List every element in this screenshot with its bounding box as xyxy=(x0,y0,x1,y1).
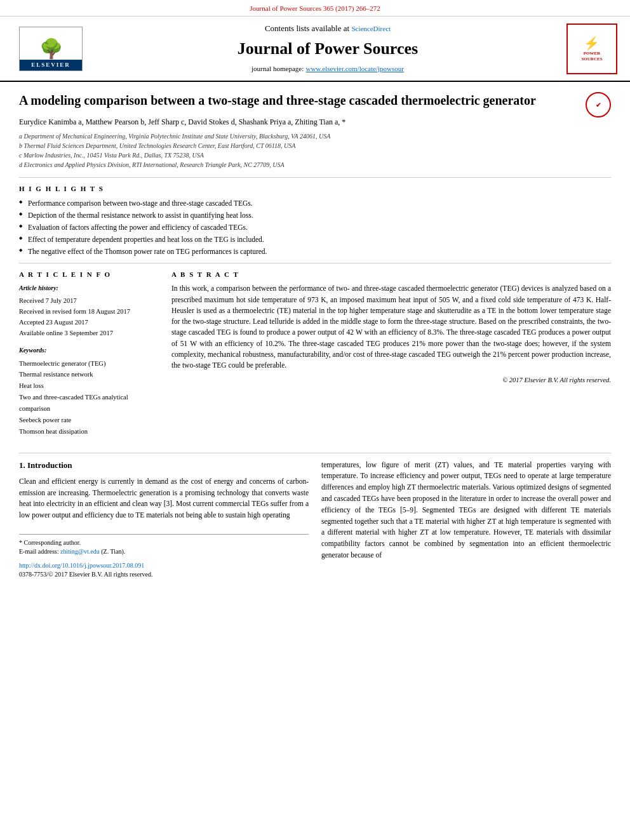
abstract-text: In this work, a comparison between the p… xyxy=(171,283,611,371)
divider-middle xyxy=(19,263,611,263)
crossmark-icon: ✔ xyxy=(596,101,601,109)
article-history-block: Article history: Received 7 July 2017 Re… xyxy=(19,283,159,338)
elsevier-logo-image: 🌳 ELSEVIER xyxy=(19,27,83,71)
power-sources-logo: ⚡ POWERSOURCES xyxy=(566,23,617,74)
article-title-text: A modeling comparison between a two-stag… xyxy=(19,93,536,107)
revised-date: Received in revised form 18 August 2017 xyxy=(19,307,159,317)
footnote-section: * Corresponding author. E-mail address: … xyxy=(19,534,309,579)
abstract-heading: A B S T R A C T xyxy=(171,270,611,279)
email-line: E-mail address: zhiting@vt.edu (Z. Tian)… xyxy=(19,547,309,556)
science-direct-link[interactable]: ScienceDirect xyxy=(351,25,391,32)
keywords-block: Keywords: Thermoelectric generator (TEG)… xyxy=(19,345,159,437)
crossmark-badge: ✔ xyxy=(586,92,611,117)
article-info-abstract-section: A R T I C L E I N F O Article history: R… xyxy=(19,270,611,443)
introduction-section: 1. Introduction Clean and efficient ener… xyxy=(19,453,611,579)
introduction-right-col: temperatures, low figure of merit (ZT) v… xyxy=(321,460,611,579)
keywords-list: Thermoelectric generator (TEG) Thermal r… xyxy=(19,358,159,437)
keyword-1: Thermoelectric generator (TEG) xyxy=(19,358,159,370)
introduction-left-col: 1. Introduction Clean and efficient ener… xyxy=(19,460,309,579)
journal-homepage-link[interactable]: www.elsevier.com/locate/jpowsour xyxy=(305,65,403,72)
available-date: Available online 3 September 2017 xyxy=(19,328,159,339)
highlights-heading: H I G H L I G H T S xyxy=(19,184,611,194)
article-info-heading: A R T I C L E I N F O xyxy=(19,270,159,279)
journal-header: 🌳 ELSEVIER Contents lists available at S… xyxy=(0,17,630,82)
power-sources-logo-content: ⚡ POWERSOURCES xyxy=(581,36,602,62)
abstract-column: A B S T R A C T In this work, a comparis… xyxy=(171,270,611,443)
introduction-two-col: 1. Introduction Clean and efficient ener… xyxy=(19,460,611,579)
authors-line: Eurydice Kanimba a, Matthew Pearson b, J… xyxy=(19,116,611,128)
history-label: Article history: xyxy=(19,283,159,293)
affiliation-a: a Department of Mechanical Engineering, … xyxy=(19,131,611,141)
email-label: E-mail address: xyxy=(19,548,58,555)
elsevier-logo-area: 🌳 ELSEVIER xyxy=(13,27,89,71)
journal-main-title: Journal of Power Sources xyxy=(89,37,566,60)
lightning-bolt-icon: ⚡ xyxy=(584,36,600,50)
intro-heading: 1. Introduction xyxy=(19,460,309,471)
keywords-label: Keywords: xyxy=(19,345,159,356)
keyword-3: Heat loss xyxy=(19,380,159,392)
elsevier-tree-icon: 🌳 xyxy=(39,39,63,58)
journal-homepage-line: journal homepage: www.elsevier.com/locat… xyxy=(89,63,566,74)
article-title-block: A modeling comparison between a two-stag… xyxy=(19,92,611,109)
journal-title-area: Contents lists available at ScienceDirec… xyxy=(89,23,566,74)
highlight-item-2: Depiction of the thermal resistance netw… xyxy=(19,210,611,220)
copyright-text: © 2017 Elsevier B.V. All rights reserved… xyxy=(171,376,611,385)
highlight-item-1: Performance comparison between two-stage… xyxy=(19,198,611,208)
intro-left-text: Clean and efficient energy is currently … xyxy=(19,476,309,521)
homepage-label: journal homepage: xyxy=(251,65,304,72)
divider-top xyxy=(19,177,611,178)
doi-line: http://dx.doi.org/10.1016/j.jpowsour.201… xyxy=(19,561,309,570)
keyword-6: Thomson heat dissipation xyxy=(19,426,159,437)
highlight-item-4: Effect of temperature dependent properti… xyxy=(19,234,611,244)
highlights-section: H I G H L I G H T S Performance comparis… xyxy=(19,184,611,257)
email-name: (Z. Tian). xyxy=(101,548,125,555)
main-content-area: A modeling comparison between a two-stag… xyxy=(0,82,630,589)
power-sources-text: POWERSOURCES xyxy=(581,51,602,62)
contents-label: Contents lists available at xyxy=(265,23,349,33)
elsevier-logo: 🌳 ELSEVIER xyxy=(13,27,89,71)
affiliation-c: c Marlow Industries, Inc., 10451 Vista P… xyxy=(19,150,611,160)
article-info-column: A R T I C L E I N F O Article history: R… xyxy=(19,270,159,443)
journal-reference-bar: Journal of Power Sources 365 (2017) 266–… xyxy=(0,0,630,17)
corresponding-author-note: * Corresponding author. xyxy=(19,538,309,547)
highlight-item-5: The negative effect of the Thomson power… xyxy=(19,246,611,257)
intro-right-text: temperatures, low figure of merit (ZT) v… xyxy=(321,460,611,561)
authors-text: Eurydice Kanimba a, Matthew Pearson b, J… xyxy=(19,117,345,126)
elsevier-brand-text: ELSEVIER xyxy=(20,60,82,70)
highlights-list: Performance comparison between two-stage… xyxy=(19,198,611,257)
email-link[interactable]: zhiting@vt.edu xyxy=(60,548,100,555)
keyword-5: Seebeck power rate xyxy=(19,415,159,426)
keyword-4: Two and three-cascaded TEGs analytical c… xyxy=(19,392,159,415)
highlight-item-3: Evaluation of factors affecting the powe… xyxy=(19,222,611,232)
doi-link[interactable]: http://dx.doi.org/10.1016/j.jpowsour.201… xyxy=(19,562,144,569)
contents-available-text: Contents lists available at ScienceDirec… xyxy=(89,23,566,34)
affiliation-d: d Electronics and Applied Physics Divisi… xyxy=(19,160,611,170)
accepted-date: Accepted 23 August 2017 xyxy=(19,317,159,328)
journal-reference-text: Journal of Power Sources 365 (2017) 266–… xyxy=(250,4,380,12)
received-date: Received 7 July 2017 xyxy=(19,296,159,307)
affiliations-block: a Department of Mechanical Engineering, … xyxy=(19,131,611,170)
issn-line: 0378-7753/© 2017 Elsevier B.V. All right… xyxy=(19,570,309,579)
keyword-2: Thermal resistance network xyxy=(19,369,159,380)
affiliation-b: b Thermal Fluid Sciences Department, Uni… xyxy=(19,141,611,150)
